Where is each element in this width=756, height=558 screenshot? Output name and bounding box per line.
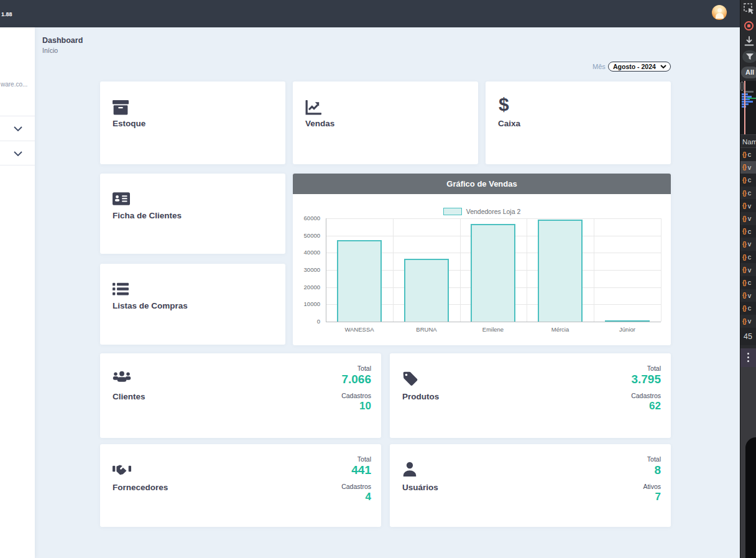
x-tick: WANESSA	[326, 326, 393, 333]
bar-emilene	[471, 224, 515, 322]
network-request-row[interactable]: {}v	[740, 161, 756, 174]
network-request-row[interactable]: {}v	[740, 315, 756, 328]
fornecedores-stat-card: Fornecedores Total 441 Cadastros 4	[100, 444, 381, 527]
network-request-list: {}c {}v {}c {}c {}v {}v {}c {}v {}c {}v …	[740, 148, 756, 327]
produtos-stat-card: Produtos Total 3.795 Cadastros 62	[390, 353, 671, 438]
list-icon	[113, 282, 129, 296]
record-stop-icon[interactable]	[744, 21, 754, 30]
json-braces-icon: {}	[742, 202, 746, 209]
user-avatar[interactable]	[712, 5, 727, 20]
sidebar-domain-text: ware.co...	[1, 81, 27, 88]
network-request-row[interactable]: {}v	[740, 289, 756, 302]
metric-value: 62	[649, 400, 661, 412]
legend-label: Vendedores Loja 2	[466, 208, 521, 215]
request-name: v	[748, 215, 752, 222]
request-count: 45	[740, 328, 756, 345]
network-request-row[interactable]: {}c	[740, 302, 756, 315]
y-tick: 50000	[293, 232, 320, 239]
network-overview-graph[interactable]	[740, 81, 756, 134]
request-name: v	[748, 240, 752, 248]
network-request-row[interactable]: {}c	[740, 276, 756, 289]
estoque-card[interactable]: Estoque	[100, 81, 285, 164]
network-request-row[interactable]: {}v	[740, 199, 756, 212]
card-label: Vendas	[305, 119, 334, 128]
card-label: Ficha de Clientes	[113, 211, 182, 220]
users-icon	[113, 371, 131, 383]
request-name: c	[748, 189, 752, 197]
metric-label: Cadastros	[341, 392, 371, 399]
network-request-row[interactable]: {}v	[740, 238, 756, 251]
overview-blue-bar	[742, 101, 753, 103]
request-name: v	[748, 292, 752, 299]
download-har-icon[interactable]	[744, 36, 754, 47]
top-navbar: 1.88	[0, 0, 740, 27]
vendas-card[interactable]: Vendas	[293, 81, 478, 164]
json-braces-icon: {}	[742, 228, 746, 235]
overview-green-line	[747, 98, 756, 99]
metric-label: Total	[647, 365, 661, 372]
archive-box-icon	[113, 100, 129, 115]
month-select[interactable]: Agosto - 2024	[608, 62, 671, 72]
json-braces-icon: {}	[742, 292, 746, 299]
gridline	[527, 218, 527, 322]
caixa-card[interactable]: $ Caixa	[486, 81, 671, 164]
filter-all-chip[interactable]: All	[741, 67, 756, 78]
metric-value: 441	[351, 463, 371, 477]
json-braces-icon: {}	[742, 318, 746, 325]
x-tick: BRUNA	[393, 326, 460, 333]
filter-icon[interactable]	[742, 50, 756, 63]
dollar-icon: $	[499, 94, 509, 115]
network-request-row[interactable]: {}c	[740, 174, 756, 187]
json-braces-icon: {}	[742, 305, 746, 312]
listas-de-compras-card[interactable]: Listas de Compras	[100, 264, 285, 345]
json-braces-icon: {}	[742, 151, 746, 158]
y-tick: 60000	[293, 215, 320, 221]
metric-label: Total	[647, 455, 661, 463]
chart-title: Gráfico de Vendas	[293, 174, 671, 194]
rounded-black-panel	[745, 437, 756, 558]
stat-label: Usuários	[402, 483, 438, 492]
json-braces-icon: {}	[742, 279, 746, 286]
funnel-icon	[746, 53, 754, 60]
network-request-row[interactable]: {}v	[740, 212, 756, 225]
network-name-column-header[interactable]: Nam	[740, 134, 756, 148]
json-braces-icon: {}	[742, 215, 746, 222]
stat-label: Fornecedores	[113, 483, 168, 492]
clientes-stat-card: Clientes Total 7.066 Cadastros 10	[100, 353, 381, 438]
kebab-menu-icon[interactable]	[740, 348, 756, 367]
card-label: Caixa	[498, 119, 520, 128]
ficha-de-clientes-card[interactable]: Ficha de Clientes	[100, 174, 285, 254]
json-braces-icon: {}	[742, 177, 746, 184]
bar-wanessa	[337, 240, 382, 322]
gridline	[393, 218, 394, 322]
json-braces-icon: {}	[742, 266, 746, 273]
x-tick: Júnior	[594, 326, 661, 333]
x-tick: Emilene	[459, 326, 527, 333]
network-request-row[interactable]: {}c	[740, 225, 756, 238]
handshake-icon	[113, 462, 131, 475]
json-braces-icon: {}	[742, 164, 746, 170]
inspect-element-icon[interactable]	[744, 3, 755, 14]
legend-swatch	[443, 208, 462, 215]
network-request-row[interactable]: {}c	[740, 148, 756, 161]
stat-label: Produtos	[402, 392, 439, 401]
sidebar-accordion-item-1[interactable]	[0, 116, 35, 141]
chart-legend[interactable]: Vendedores Loja 2	[293, 207, 671, 216]
metric-label: Cadastros	[341, 483, 371, 490]
usuarios-stat-card: Usuários Total 8 Ativos 7	[390, 444, 671, 527]
metric-label: Total	[357, 455, 371, 463]
sidebar-accordion-item-2[interactable]	[0, 141, 35, 165]
request-name: c	[748, 151, 752, 158]
network-request-row[interactable]: {}v	[740, 263, 756, 276]
metric-value: 7.066	[341, 373, 371, 386]
network-request-row[interactable]: {}c	[740, 251, 756, 264]
request-name: v	[748, 202, 752, 210]
network-request-row[interactable]: {}c	[740, 187, 756, 200]
json-braces-icon: {}	[742, 241, 746, 248]
sidebar: ware.co...	[0, 27, 35, 558]
month-filter-label: Mês	[592, 63, 606, 70]
x-axis	[326, 322, 661, 322]
request-name: c	[748, 253, 752, 261]
metric-value: 3.795	[631, 373, 661, 386]
metric-value: 10	[359, 400, 371, 412]
